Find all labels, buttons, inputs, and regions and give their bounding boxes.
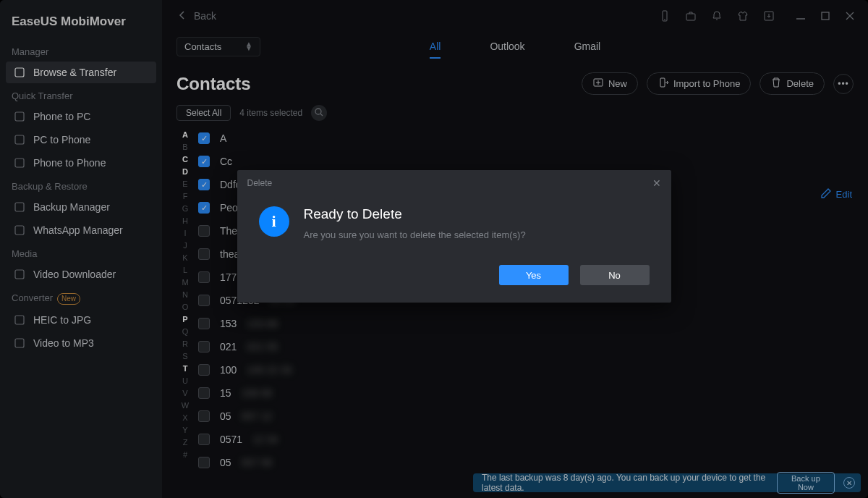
modal-title: Ready to Delete [304,206,526,222]
close-icon: ✕ [652,177,661,189]
modal-message: Are you sure you want to delete the sele… [304,229,526,240]
modal-body: i Ready to Delete Are you sure you want … [237,195,671,248]
app-window: EaseUS MobiMover ManagerBrowse & Transfe… [0,0,868,498]
modal-close-button[interactable]: ✕ [652,177,661,189]
info-icon: i [259,206,289,237]
modal-yes-button[interactable]: Yes [499,265,569,285]
modal-footer: Yes No [237,248,671,303]
modal-overlay: Delete ✕ i Ready to Delete Are you sure … [0,0,868,498]
modal-no-button[interactable]: No [580,265,650,285]
modal-header: Delete ✕ [237,170,671,195]
modal-head-title: Delete [247,178,273,188]
delete-confirm-modal: Delete ✕ i Ready to Delete Are you sure … [237,170,671,303]
